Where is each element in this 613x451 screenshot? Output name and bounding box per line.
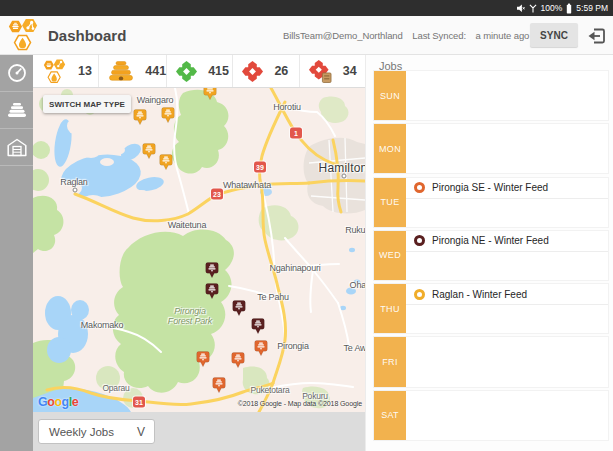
day-row-thu: THURaglan - Winter Feed bbox=[373, 283, 609, 334]
hive-site-marker[interactable] bbox=[212, 377, 226, 398]
hive-site-marker[interactable] bbox=[196, 351, 210, 372]
day-label: MON bbox=[374, 124, 406, 173]
map-label: Raglan bbox=[60, 177, 87, 187]
dropdown-arrow-icon: V bbox=[137, 425, 145, 439]
day-jobs: Pirongia SE - Winter Feed bbox=[406, 178, 608, 227]
job-name: Raglan - Winter Feed bbox=[432, 289, 527, 300]
sync-info: BillsTeam@Demo_Northland Last Synced: a … bbox=[283, 30, 529, 41]
job-status-ring-icon bbox=[414, 289, 425, 300]
sidebar-item-storage[interactable] bbox=[0, 129, 33, 166]
day-label: FRI bbox=[374, 337, 406, 386]
day-row-fri: FRI bbox=[373, 336, 609, 387]
sidebar-item-hives[interactable] bbox=[0, 92, 33, 129]
google-logo-letter: G bbox=[38, 395, 47, 409]
stat-apiaries[interactable]: 13 bbox=[33, 55, 99, 87]
hive-site-marker[interactable] bbox=[161, 107, 175, 128]
map-label: Ohaupo bbox=[350, 280, 365, 290]
app-logo-icon bbox=[7, 17, 39, 53]
status-time: 5:59 PM bbox=[576, 3, 608, 13]
map[interactable]: WaingaroHorotiuHamiltonWhatawhataWaitetu… bbox=[33, 88, 365, 412]
red-cross-box-icon bbox=[309, 60, 332, 83]
day-jobs bbox=[406, 391, 608, 440]
map-place-dot bbox=[73, 188, 78, 193]
last-synced-label: Last Synced: bbox=[412, 30, 466, 41]
apiary-cluster-icon bbox=[42, 58, 67, 85]
job-item[interactable]: Raglan - Winter Feed bbox=[406, 284, 608, 305]
app-screen: 100% 5:59 PM Dashboard BillsTeam@Demo_No… bbox=[0, 0, 613, 451]
map-label: Pirongia bbox=[277, 341, 308, 351]
battery-percent: 100% bbox=[541, 3, 563, 13]
stat-value: 415 bbox=[208, 64, 229, 78]
day-jobs bbox=[406, 71, 608, 120]
map-label: Te Awamutu bbox=[344, 343, 365, 353]
hive-site-marker[interactable] bbox=[205, 262, 219, 283]
day-label: SUN bbox=[374, 71, 406, 120]
switch-map-type-button[interactable]: SWITCH MAP TYPE bbox=[43, 95, 131, 113]
map-label: Ngahinapouri bbox=[269, 263, 320, 273]
stat-value: 26 bbox=[274, 64, 288, 78]
day-label: THU bbox=[374, 284, 406, 333]
day-jobs: Pirongia NE - Winter Feed bbox=[406, 231, 608, 280]
green-cross-icon bbox=[176, 61, 197, 82]
sidebar-item-dashboard[interactable] bbox=[0, 55, 33, 92]
stat-healthy[interactable]: 415 bbox=[167, 55, 233, 87]
job-name: Pirongia SE - Winter Feed bbox=[432, 182, 548, 193]
day-row-sat: SAT bbox=[373, 390, 609, 441]
map-attribution: ©2018 Google - Map data ©2018 Google bbox=[238, 400, 362, 407]
map-label: Puketotara bbox=[250, 385, 289, 395]
stat-value: 441 bbox=[145, 64, 166, 78]
stat-feed[interactable]: 34 bbox=[300, 55, 365, 87]
hive-site-marker[interactable] bbox=[133, 109, 147, 130]
logout-icon[interactable] bbox=[586, 25, 608, 47]
page-title: Dashboard bbox=[48, 27, 126, 44]
day-jobs bbox=[406, 124, 608, 173]
hive-site-marker[interactable] bbox=[205, 283, 219, 304]
stats-bar: 13 441 415 bbox=[33, 55, 365, 88]
dropdown-value: Weekly Jobs bbox=[49, 426, 114, 438]
map-label: Hamilton bbox=[319, 163, 365, 173]
map-label: Te Pahu bbox=[257, 292, 289, 302]
hive-site-marker[interactable] bbox=[251, 318, 265, 339]
account-name: BillsTeam@Demo_Northland bbox=[283, 30, 403, 41]
jobs-panel: Jobs SUNMONTUEPirongia SE - Winter FeedW… bbox=[365, 55, 613, 451]
job-status-ring-icon bbox=[414, 182, 425, 193]
google-logo: Google bbox=[38, 395, 78, 409]
battery-icon bbox=[566, 3, 572, 14]
app-header: Dashboard BillsTeam@Demo_Northland Last … bbox=[0, 16, 613, 55]
stat-hives[interactable]: 441 bbox=[99, 55, 167, 87]
last-synced-value: a minute ago bbox=[476, 30, 530, 41]
hive-site-marker[interactable] bbox=[254, 340, 268, 361]
map-label: Whatawhata bbox=[223, 180, 271, 190]
shed-icon bbox=[7, 138, 27, 157]
google-logo-letter: o bbox=[54, 395, 61, 409]
day-label: SAT bbox=[374, 391, 406, 440]
week-schedule: SUNMONTUEPirongia SE - Winter FeedWEDPir… bbox=[373, 70, 609, 443]
red-cross-icon bbox=[242, 61, 263, 82]
map-label: Horotiu bbox=[273, 102, 301, 112]
map-label: Waingaro bbox=[137, 95, 174, 105]
highway-shield: 39 bbox=[254, 162, 266, 173]
stat-value: 34 bbox=[343, 64, 357, 78]
day-jobs: Raglan - Winter Feed bbox=[406, 284, 608, 333]
weekly-jobs-dropdown[interactable]: Weekly Jobs V bbox=[38, 419, 155, 444]
day-jobs bbox=[406, 337, 608, 386]
job-item[interactable]: Pirongia NE - Winter Feed bbox=[406, 231, 608, 252]
hive-site-marker[interactable] bbox=[231, 352, 245, 373]
highway-shield: 31 bbox=[133, 397, 145, 408]
highway-shield: 23 bbox=[211, 189, 223, 200]
sync-button[interactable]: SYNC bbox=[530, 23, 578, 47]
stat-value: 13 bbox=[78, 64, 92, 78]
hive-site-marker[interactable] bbox=[232, 300, 246, 321]
map-label: Waitetuna bbox=[168, 220, 206, 230]
day-row-wed: WEDPirongia NE - Winter Feed bbox=[373, 230, 609, 281]
footer-bar: Weekly Jobs V bbox=[33, 412, 365, 451]
stat-alerts[interactable]: 26 bbox=[233, 55, 299, 87]
google-logo-letter: e bbox=[72, 395, 78, 409]
map-label: Makomako bbox=[81, 320, 123, 330]
hive-site-marker[interactable] bbox=[159, 154, 173, 175]
job-item[interactable]: Pirongia SE - Winter Feed bbox=[406, 178, 608, 199]
signal-icon bbox=[529, 4, 537, 13]
hive-site-marker[interactable] bbox=[203, 88, 217, 105]
hive-site-marker[interactable] bbox=[142, 143, 156, 164]
map-label: Rukuhia bbox=[345, 225, 365, 235]
